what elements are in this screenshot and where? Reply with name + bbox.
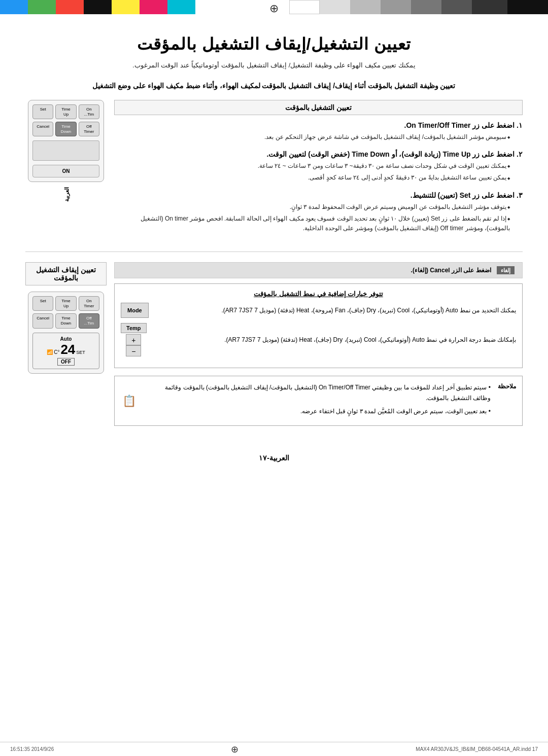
remote2-btn-set[interactable]: Set [32,296,53,311]
crosshair-bottom: ⊕ [231,744,238,755]
note-item2: بعد تعيين الوقت، سيتم عرض الوقت المُعيَّ… [146,406,491,416]
remote1-btn-off-timer[interactable]: OffTimer [79,122,99,136]
remote1-row1: OnTim... TimeUp Set [32,104,99,119]
color-swatch-cyan [167,0,195,14]
remote2-btn-time-down[interactable]: TimeDown [55,313,76,328]
color-swatch-yellow [112,0,140,14]
color-swatch-gray5 [320,0,350,14]
step3: ٣. اضغط على زر Set (تعيين) للتنشيط. يتوق… [114,191,523,234]
step2-bullet2: يمكن تعيين ساعة التشغيل بدايةً من ٣٠ دقي… [114,173,515,183]
cancel-bar: إلغاء اضغط على الزر Cancel (إلغاء). [114,262,523,278]
color-swatch-black1 [507,0,548,14]
bottom-bar: MAX4 AR30JV&JS_IB&IM_DB68-04541A_AR.indd… [0,742,548,756]
display-temp-row: SET 24 °C 📶 [37,343,95,356]
display-signal-icon: 📶 [47,349,53,355]
arabic-side-label: العربية [63,187,70,202]
color-swatch-gray2 [411,0,441,14]
top-color-bar: ⊕ [0,0,548,14]
option-mode-row: يمكنك التحديد من نمط Auto (أوتوماتيكي)، … [121,303,516,318]
color-swatch-red [56,0,84,14]
subtitle-main: يمكنك تعيين مكيف الهواء على وظيفة التشغي… [25,61,523,69]
options-box: تتوفر خيارات إضافية في نمط التشغيل بالمؤ… [114,283,523,368]
color-swatch-magenta [140,0,167,14]
step2: ٢. اضغط على زر Time Up (زيادة الوقت)، أو… [114,150,523,183]
page-title: تعيين التشغيل/إيقاف التشغيل بالمؤقت [25,34,523,54]
step1-num: ١. اضغط على زر On Timer/Off Timer. [114,121,523,129]
note-box: ملاحظة 📋 سيتم تطبيق آخر إعداد للمؤقت ما … [114,376,523,426]
color-swatch-white1 [289,0,320,14]
options-title: تتوفر خيارات إضافية في نمط التشغيل بالمؤ… [121,290,516,298]
color-swatch-gray1 [441,0,472,14]
page-footer: العربية-١٧ [25,444,523,467]
step3-num: ٣. اضغط على زر Set (تعيين) للتنشيط. [114,191,523,199]
note-label: ملاحظة [498,381,516,391]
remote1-btn-time-up[interactable]: TimeUp [55,104,76,119]
color-swatch-black3 [84,0,112,14]
remote1-screen [32,140,99,161]
section1-title: تعيين التشغيل بالمؤقت [114,100,523,115]
temp-plus-btn[interactable]: + [126,334,141,345]
note-icon: 📋 [122,391,136,410]
section2-remote-col: تعيين إيقاف التشغيل بالمؤقت OnTimer Time… [25,262,107,373]
remote2-row2: OffTim... TimeDown Cancel [32,313,99,328]
option-mode-text: يمكنك التحديد من نمط Auto (أوتوماتيكي)، … [154,305,516,315]
display-set-label: SET [76,350,85,355]
footer-left: MAX4 AR30JV&JS_IB&IM_DB68-04541A_AR.indd… [416,746,538,752]
section1-container: تعيين التشغيل بالمؤقت ١. اضغط على زر On … [25,100,523,241]
section1-remote-col: OnTim... TimeUp Set OffTimer TimeDown Ca… [25,100,107,202]
crosshair-top: ⊕ [269,2,279,15]
temp-minus-btn[interactable]: − [126,345,141,356]
section1-steps: تعيين التشغيل بالمؤقت ١. اضغط على زر On … [114,100,523,241]
option-temp-row: بإمكانك ضبط درجة الحرارة في نمط Auto (أو… [121,323,516,356]
remote1-display: ON [32,165,99,177]
remote1: OnTim... TimeUp Set OffTimer TimeDown Ca… [28,100,104,182]
main-content: تعيين التشغيل/إيقاف التشغيل بالمؤقت يمكن… [0,14,548,477]
section-divider [25,251,523,252]
section2-steps: إلغاء اضغط على الزر Cancel (إلغاء). تتوف… [114,262,523,434]
step1: ١. اضغط على زر On Timer/Off Timer. سيومض… [114,121,523,142]
display-temp-value: 24 [60,343,75,356]
remote2-display: Auto SET 24 °C 📶 OFF [32,333,99,369]
section2-title: تعيين إيقاف التشغيل بالمؤقت [25,262,107,285]
step2-bullet1: يمكنك تعيين الوقت في شكل وحدات نصف ساعة … [114,161,515,171]
remote1-on-label: ON [36,168,96,174]
color-bar-spacer: ⊕ [195,0,289,14]
cancel-label-text: إلغاء اضغط على الزر Cancel (إلغاء). [411,267,515,274]
cancel-instruction: اضغط على الزر Cancel (إلغاء). [411,267,491,274]
remote2-row1: OnTimer TimeUp Set [32,296,99,311]
step1-bullet1: سيومض مؤشر التشغيل بالمؤقت/ إيقاف التشغي… [114,132,515,142]
color-swatch-gray3 [381,0,411,14]
footer-right: 2014/9/26 16:51:35 [10,746,54,752]
remote2-btn-time-up[interactable]: TimeUp [55,296,76,311]
remote2-btn-off-timer[interactable]: OffTim... [79,313,99,328]
bold-subtitle: تعيين وظيفة التشغيل بالمؤقت أثناء إيقاف/… [25,82,523,90]
note-item1: سيتم تطبيق آخر إعداد للمؤقت ما بين وظيفت… [146,382,491,403]
step2-num: ٢. اضغط على زر Time Up (زيادة الوقت)، أو… [114,150,523,158]
display-unit: °C [54,349,59,355]
remote1-btn-on-timer[interactable]: OnTim... [79,104,99,119]
temp-control: Temp + − [121,323,147,356]
remote2: OnTimer TimeUp Set OffTim... TimeDown Ca… [28,292,104,373]
temp-label[interactable]: Temp [121,323,147,333]
section2-container: إلغاء اضغط على الزر Cancel (إلغاء). تتوف… [25,262,523,434]
color-swatch-blue [0,0,28,14]
color-swatch-black2 [472,0,507,14]
step3-bullet1: يتوقف مؤشر التشغيل بالمؤقت عن الوميض وسي… [114,202,515,212]
display-auto: Auto [37,336,95,342]
display-off-label: OFF [57,358,75,366]
remote1-row2: OffTimer TimeDown Cancel [32,122,99,136]
color-swatch-gray4 [350,0,381,14]
page-number: العربية-١٧ [259,454,289,462]
step3-bullet2: إذا لم تقم بالضغط على زر Set (تعيين) خلا… [114,214,515,233]
remote2-btn-cancel[interactable]: Cancel [32,313,53,328]
remote2-btn-on-timer[interactable]: OnTimer [79,296,99,311]
remote1-btn-cancel[interactable]: Cancel [32,122,53,136]
option-temp-text: بإمكانك ضبط درجة الحرارة في نمط Auto (أو… [152,335,516,345]
note-content: سيتم تطبيق آخر إعداد للمؤقت ما بين وظيفت… [146,382,491,416]
remote1-btn-time-down[interactable]: TimeDown [55,122,76,136]
mode-button[interactable]: Mode [121,303,149,318]
color-swatch-green [28,0,56,14]
remote1-btn-set[interactable]: Set [32,104,53,119]
cancel-tag: إلغاء [497,266,515,274]
